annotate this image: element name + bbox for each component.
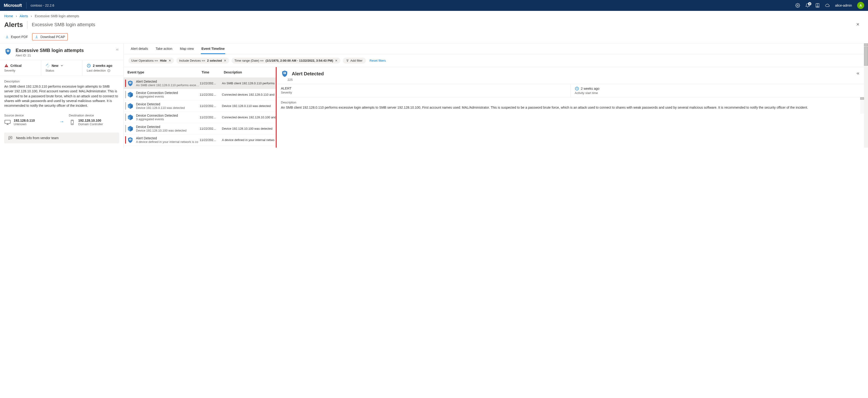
header-time[interactable]: Time [202,70,224,74]
expand-icon[interactable] [856,71,860,76]
row-description: A device defined in your internal netwo [222,138,276,142]
breadcrumb-alerts[interactable]: Alerts [20,14,28,18]
cube-icon [127,103,134,109]
export-pdf-button[interactable]: Export PDF [3,33,30,40]
filter-icon [346,59,349,62]
row-time: 11/22/202... [200,82,222,85]
bell-icon[interactable]: 0 [805,3,810,8]
detail-start-label: Activity start time [575,91,860,95]
header-description[interactable]: Description [224,70,272,74]
arrow-right-icon: → [60,115,64,124]
status-cell[interactable]: New Status [41,60,83,76]
severity-stripe [125,114,126,121]
detail-description-label: Description [281,101,860,104]
filters: User Operations == Hide ✕ Include Device… [124,54,868,67]
alert-header-text: Excessive SMB login attempts Alert ID: 2… [16,48,84,57]
download-pcap-button[interactable]: Download PCAP [32,33,67,40]
user-name[interactable]: alice-admin [835,4,852,7]
detail-severity-cell: ALERT Severity [277,84,570,97]
comment-icon [8,136,13,140]
clock-icon [87,63,91,68]
svg-rect-2 [8,50,8,51]
collapse-icon[interactable] [116,48,119,52]
close-icon[interactable]: ✕ [224,59,226,62]
add-filter-button[interactable]: Add filter [343,58,366,63]
scrollbar[interactable] [860,97,864,114]
action-bar: Export PDF Download PCAP [0,32,868,43]
row-description: Connected devices 192.128.0.110 and [222,93,276,96]
close-icon[interactable]: ✕ [335,59,338,62]
destination-device[interactable]: Destination device 192.128.10.100 Domain… [69,114,119,126]
content: Excessive SMB login attempts Alert ID: 2… [0,43,868,148]
shield-icon [281,70,288,78]
header-event-type[interactable]: Event type [127,70,202,74]
page-subtitle: Excessive SMB login attempts [32,22,95,27]
chevron-right-icon: › [16,14,17,18]
critical-icon [4,63,8,68]
gear-icon[interactable] [795,3,800,8]
svg-point-0 [797,5,798,6]
svg-rect-27 [130,83,130,84]
chevron-down-icon[interactable] [60,64,63,67]
table-row[interactable]: Device Connection Detected4 aggregated e… [124,89,276,101]
cube-icon [127,114,134,121]
reset-filters-link[interactable]: Reset filters [368,59,386,62]
row-time: 11/22/202... [200,93,222,96]
detection-cell: 2 weeks ago Last detection [82,60,123,76]
book-icon[interactable] [815,3,820,8]
breadcrumb-home[interactable]: Home [4,14,13,18]
row-subtitle: 3 aggregated events [136,117,200,121]
source-type: Unknown [14,122,35,126]
row-main: Alert DetectedA device defined in your i… [136,136,200,144]
svg-rect-16 [5,120,10,123]
tab-map[interactable]: Map view [179,47,194,54]
description-text: An SMB client 192.128.0.110 performs exc… [4,84,119,108]
severity-stripe [125,91,126,98]
tab-timeline[interactable]: Event Timeline [201,47,225,54]
close-icon[interactable] [854,21,861,29]
tabs: Alert details Take action Map view Event… [124,44,868,54]
close-icon[interactable]: ✕ [168,59,171,62]
filter-user-operations[interactable]: User Operations == Hide ✕ [128,58,174,63]
destination-label: Destination device [69,114,119,117]
alert-header: Excessive SMB login attempts Alert ID: 2… [0,44,123,60]
severity-value: Critical [10,64,22,67]
detail-severity-label: Severity [281,91,566,94]
severity-stripe [125,102,126,110]
chevron-right-icon: › [31,14,32,18]
table-row[interactable]: Alert DetectedA device defined in your i… [124,134,276,146]
filter-time-range[interactable]: Time range (Date) == (1/1/1970, 2:00:00 … [231,58,340,63]
tab-details[interactable]: Alert details [130,47,149,54]
tab-action[interactable]: Take action [155,47,173,54]
status-value: New [52,64,59,67]
cube-icon [127,125,134,132]
server-icon [69,119,75,125]
table-row[interactable]: Alert DetectedAn SMB client 192.128.0.11… [124,78,276,89]
row-subtitle: A device defined in your internal networ… [136,140,200,144]
row-title: Device Detected [136,102,200,106]
avatar[interactable]: A [857,2,864,9]
svg-rect-32 [284,72,285,73]
detail-count: 225 [277,78,864,82]
shield-icon [127,80,134,87]
info-icon[interactable] [107,69,111,72]
filter-include-devices[interactable]: Include Devices == 2 selected ✕ [176,58,229,63]
download-pcap-label: Download PCAP [40,35,65,39]
source-device[interactable]: Source device 192.128.0.110 Unknown [4,114,55,126]
row-time: 11/22/202... [200,138,222,142]
row-subtitle: Device 192.128.0.110 was detected [136,106,200,110]
table-row[interactable]: Device DetectedDevice 192.128.0.110 was … [124,101,276,112]
svg-rect-29 [130,139,130,140]
clock-icon [575,86,579,91]
severity-label: Severity [4,69,37,72]
row-time: 11/22/202... [200,115,222,119]
scrollbar[interactable] [864,44,868,148]
table-row[interactable]: Device Connection Detected3 aggregated e… [124,112,276,123]
alert-title: Excessive SMB login attempts [16,48,84,53]
row-title: Device Connection Detected [136,114,200,117]
cloud-icon[interactable] [825,3,830,8]
devices-row: Source device 192.128.0.110 Unknown → De… [0,112,123,131]
note-banner[interactable]: Needs info from vendor team [4,133,119,143]
row-title: Device Connection Detected [136,91,200,95]
table-row[interactable]: Device DetectedDevice 192.128.10.100 was… [124,123,276,134]
